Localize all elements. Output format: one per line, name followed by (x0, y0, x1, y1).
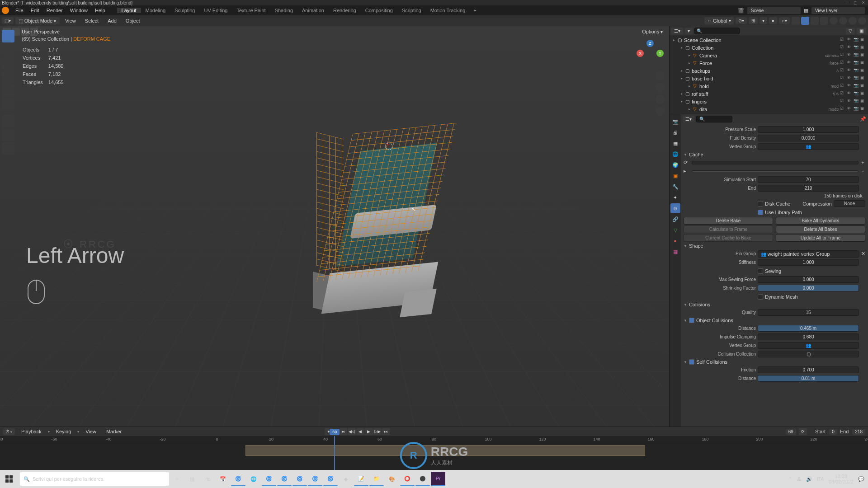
cache-panel-header[interactable]: ▼Cache (684, 151, 865, 158)
tree-toggle-1[interactable]: 👁 (847, 45, 853, 51)
tree-row[interactable]: ▸▢base hold☑👁📷▣ (671, 75, 866, 82)
coll-collection-field[interactable]: ▢ (758, 351, 859, 357)
overlay-toggle[interactable] (811, 17, 819, 25)
tool-scale[interactable] (2, 84, 14, 97)
tree-expand-icon[interactable]: ▸ (689, 53, 690, 57)
tree-toggle-3[interactable]: ▣ (860, 83, 866, 89)
orientation-selector[interactable]: ↔ Global ▾ (704, 17, 734, 24)
tree-toggle-2[interactable]: 📷 (854, 83, 859, 89)
options-dropdown[interactable]: Options ▾ (638, 28, 666, 35)
collisions-panel-header[interactable]: ▼Collisions (684, 301, 865, 308)
fluid-density-field[interactable]: 0.0000 (758, 135, 859, 141)
ptab-mesh[interactable]: ▽ (670, 225, 680, 235)
bake-remove-button[interactable]: － (860, 168, 865, 174)
zoom-button[interactable] (656, 71, 665, 80)
impulse-field[interactable]: 0.680 (758, 333, 859, 340)
tree-row[interactable]: ▸▢Collection☑👁📷▣ (671, 44, 866, 52)
sim-end-field[interactable]: 219 (758, 185, 859, 192)
tree-toggle-0[interactable]: ☑ (840, 99, 846, 104)
vertex-group-field[interactable]: 👥 (758, 143, 859, 150)
taskbar-blender4-icon[interactable]: 🌀 (292, 472, 307, 486)
tool-move[interactable] (2, 57, 14, 70)
compression-field[interactable]: None (834, 200, 865, 207)
tree-toggle-1[interactable]: 👁 (847, 106, 853, 112)
coll-quality-field[interactable]: 15 (758, 309, 859, 316)
sewing-checkbox[interactable] (758, 268, 763, 274)
taskbar-clock[interactable]: 13:38 08/02/2022 (829, 474, 854, 484)
proportional-toggle[interactable]: ● (769, 17, 777, 24)
tree-toggle-3[interactable]: ▣ (860, 99, 866, 104)
obj-dist-field[interactable]: 0.465 m (758, 325, 859, 332)
shading-matpreview[interactable] (849, 17, 857, 25)
tree-row[interactable]: ▸▽Camera camera☑👁📷▣ (671, 52, 866, 59)
jump-end-button[interactable]: ⏭ (382, 428, 390, 435)
obj-collisions-panel-header[interactable]: ▼Object Collisions (684, 317, 865, 324)
taskbar-premiere-icon[interactable]: Pr (431, 472, 445, 486)
bake-add-button[interactable]: ＋ (860, 159, 865, 166)
tool-select-box[interactable] (2, 30, 14, 42)
shrink-field[interactable]: 0.000 (758, 285, 859, 291)
mode-selector[interactable]: ⬚ Object Mode ▾ (15, 17, 60, 24)
tree-expand-icon[interactable]: ▸ (689, 61, 690, 65)
tree-toggle-0[interactable]: ☑ (840, 83, 846, 89)
tree-toggle-2[interactable]: 📷 (854, 75, 859, 81)
ptab-particles[interactable]: ✦ (670, 192, 680, 202)
tree-toggle-3[interactable]: ▣ (860, 60, 866, 66)
tree-row[interactable]: ▸▢backups 3☑👁📷▣ (671, 67, 866, 75)
tab-texture-paint[interactable]: Texture Paint (232, 8, 270, 13)
tree-toggle-1[interactable]: 👁 (847, 99, 853, 104)
taskbar-explorer-icon[interactable]: 📁 (369, 472, 384, 486)
jump-start-button[interactable]: ⏮ (339, 428, 347, 435)
tree-row[interactable]: ▸▢fingers☑👁📷▣ (671, 98, 866, 105)
vp-menu-object[interactable]: Object (122, 18, 144, 23)
close-button[interactable]: ✕ (861, 0, 866, 5)
tl-menu-playback[interactable]: Playback (18, 429, 45, 434)
tool-rotate[interactable] (2, 70, 14, 83)
shading-solid[interactable] (839, 17, 847, 25)
tray-network-icon[interactable]: 🖧 (797, 476, 802, 482)
start-frame-field[interactable]: 0 (829, 429, 837, 435)
tree-toggle-1[interactable]: 👁 (847, 60, 853, 66)
next-keyframe-button[interactable]: ▷▶︎ (373, 428, 382, 435)
tab-uv-editing[interactable]: UV Editing (199, 8, 232, 13)
props-editor-type[interactable]: ☰▾ (683, 116, 694, 122)
ptab-render[interactable]: 📷 (670, 117, 680, 127)
tree-row[interactable]: ▸▢Scene Collection☑👁📷▣ (671, 36, 866, 44)
tab-animation[interactable]: Animation (297, 8, 329, 13)
tree-toggle-3[interactable]: ▣ (860, 52, 866, 58)
ptab-physics[interactable]: ⊚ (670, 203, 680, 213)
tree-row[interactable]: ▸▽dita mod3☑👁📷▣ (671, 105, 866, 113)
ptab-material[interactable]: ● (670, 236, 680, 246)
tree-row[interactable]: ▸▽hold mod☑👁📷▣ (671, 82, 866, 90)
viewport-3d[interactable]: ↖ User Perspective (69) Scene Collection… (0, 26, 669, 427)
editor-type-selector[interactable]: ⬚▾ (2, 17, 14, 24)
tree-toggle-3[interactable]: ▣ (860, 37, 866, 43)
taskbar-blender2-icon[interactable]: 🌀 (262, 472, 276, 486)
tree-toggle-2[interactable]: 📷 (854, 60, 859, 66)
tree-toggle-2[interactable]: 📷 (854, 91, 859, 97)
taskbar-paint-icon[interactable]: 🎨 (385, 472, 399, 486)
tab-rendering[interactable]: Rendering (329, 8, 361, 13)
start-button[interactable] (0, 470, 18, 488)
play-reverse-button[interactable]: ◀ (356, 428, 364, 435)
menu-edit[interactable]: Edit (27, 8, 43, 13)
delete-bake-button[interactable]: Delete Bake (684, 217, 773, 225)
tree-toggle-1[interactable]: 👁 (847, 37, 853, 43)
self-dist-field[interactable]: 0.01 m (758, 375, 859, 382)
taskbar-chrome-icon[interactable]: ⭕ (400, 472, 415, 486)
ptab-viewlayer[interactable]: ▦ (670, 138, 680, 148)
tree-expand-icon[interactable]: ▸ (681, 99, 683, 103)
tree-toggle-0[interactable]: ☑ (840, 52, 846, 58)
tree-toggle-2[interactable]: 📷 (854, 37, 859, 43)
tray-volume-icon[interactable]: 🔊 (806, 476, 812, 482)
tool-measure[interactable] (2, 128, 14, 141)
taskbar-edge-icon[interactable]: 🌐 (246, 472, 261, 486)
menu-window[interactable]: Window (66, 8, 91, 13)
outliner-search-input[interactable] (694, 28, 740, 34)
tree-expand-icon[interactable]: ▸ (681, 92, 683, 96)
shading-wireframe[interactable] (830, 17, 838, 25)
camera-button[interactable] (656, 95, 665, 104)
tl-menu-keying[interactable]: Keying (52, 429, 75, 434)
outliner-new-collection[interactable]: ▣ (857, 28, 866, 34)
taskbar-blender6-icon[interactable]: 🌀 (323, 472, 338, 486)
